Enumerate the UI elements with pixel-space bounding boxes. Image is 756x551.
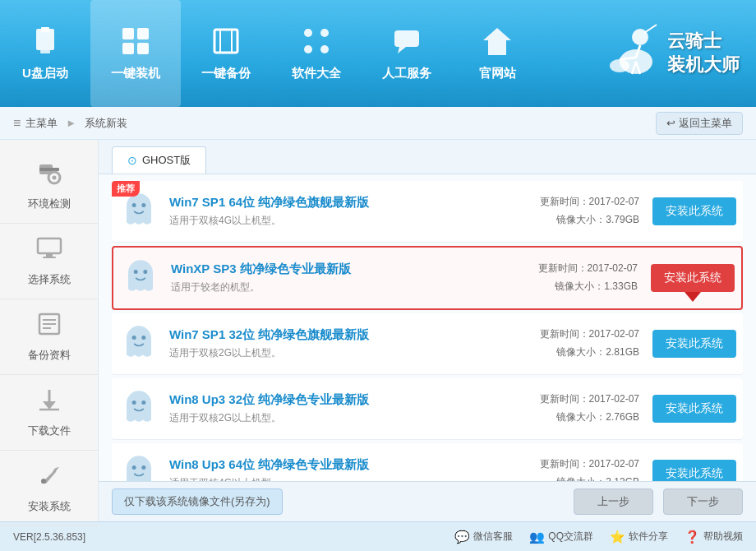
system-info-3: Win7 SP1 32位 纯净绿色旗舰最新版 适用于双核2G以上机型。 <box>169 327 540 360</box>
usb-icon <box>30 25 61 57</box>
back-label: 返回主菜单 <box>679 116 732 131</box>
svg-point-42 <box>141 203 145 207</box>
prev-button[interactable]: 上一步 <box>574 488 653 515</box>
recommend-badge: 推荐 <box>112 181 140 197</box>
status-item-help[interactable]: ❓ 帮助视频 <box>685 530 743 544</box>
tab-bar: ⊙ GHOST版 <box>99 140 756 174</box>
system-item-3[interactable]: Win7 SP1 32位 纯净绿色旗舰最新版 适用于双核2G以上机型。 更新时间… <box>112 313 743 375</box>
svg-point-45 <box>134 270 138 274</box>
svg-point-11 <box>304 45 312 53</box>
help-status-label: 帮助视频 <box>703 530 743 544</box>
install-button-3[interactable]: 安装此系统 <box>652 330 736 358</box>
svg-rect-2 <box>40 50 50 53</box>
ghost-tab-icon: ⊙ <box>127 154 137 167</box>
selection-arrow <box>685 292 701 302</box>
svg-rect-30 <box>43 257 56 258</box>
update-time-2: 更新时间：2017-02-07 <box>538 260 638 278</box>
install-sidebar-label: 安装系统 <box>28 499 71 514</box>
svg-point-50 <box>141 336 145 340</box>
svg-point-41 <box>132 203 136 207</box>
backup-icon <box>210 25 242 57</box>
svg-marker-15 <box>483 28 511 55</box>
system-info-4: Win8 Up3 32位 纯净绿色专业最新版 适用于双核2G以上机型。 <box>169 392 540 425</box>
onekey-icon <box>120 25 151 57</box>
sidebar-item-select-system[interactable]: 选择系统 <box>0 224 98 299</box>
install-button-2[interactable]: 安装此系统 <box>651 264 735 292</box>
system-name-1[interactable]: Win7 SP1 64位 纯净绿色旗舰最新版 <box>169 195 540 211</box>
svg-point-12 <box>320 45 329 53</box>
svg-rect-28 <box>38 238 61 253</box>
nav-label-service: 人工服务 <box>382 66 431 81</box>
system-item-5[interactable]: Win8 Up3 64位 纯净绿色专业最新版 适用于双核4G以上机型。 更新时间… <box>112 443 743 481</box>
svg-point-9 <box>304 29 312 37</box>
system-name-4[interactable]: Win8 Up3 32位 纯净绿色专业最新版 <box>169 392 540 408</box>
sidebar-item-backup-data[interactable]: 备份资料 <box>0 299 98 375</box>
svg-rect-1 <box>41 27 49 32</box>
service-icon <box>391 25 422 57</box>
breadcrumb: ≡ 主菜单 ► 系统新装 <box>13 116 127 131</box>
install-button-4[interactable]: 安装此系统 <box>652 395 736 423</box>
sidebar-item-download[interactable]: 下载文件 <box>0 375 98 451</box>
nav-item-service[interactable]: 人工服务 <box>362 0 452 107</box>
install-button-1[interactable]: 安装此系统 <box>652 197 736 225</box>
bottom-bar: 仅下载该系统镜像文件(另存为) 上一步 下一步 <box>99 481 756 521</box>
status-items: 💬 微信客服 👥 QQ交流群 ⭐ 软件分享 ❓ 帮助视频 <box>454 530 743 544</box>
status-item-wechat[interactable]: 💬 微信客服 <box>454 530 513 544</box>
qq-status-icon: 👥 <box>529 530 545 544</box>
ghost-icon <box>120 257 161 299</box>
status-item-share[interactable]: ⭐ 软件分享 <box>610 530 668 544</box>
system-name-2[interactable]: WinXP SP3 纯净绿色专业最新版 <box>171 262 538 277</box>
update-time-3: 更新时间：2017-02-07 <box>540 326 639 344</box>
sidebar-item-env-check[interactable]: 环境检测 <box>0 148 98 224</box>
system-meta-3: 更新时间：2017-02-07 镜像大小：2.81GB <box>540 326 639 361</box>
install-button-5[interactable]: 安装此系统 <box>652 460 736 481</box>
main-layout: 环境检测 选择系统 备份资料 下载文件 安装系统 ⊙ GHOST版 推荐 <box>0 140 756 521</box>
back-button[interactable]: ↩ 返回主菜单 <box>656 112 743 135</box>
breadcrumb-current: 系统新装 <box>85 116 127 131</box>
nav-item-software[interactable]: 软件大全 <box>271 0 362 107</box>
system-name-3[interactable]: Win7 SP1 32位 纯净绿色旗舰最新版 <box>169 327 540 343</box>
svg-rect-25 <box>39 168 59 171</box>
system-item-4[interactable]: Win8 Up3 32位 纯净绿色专业最新版 适用于双核2G以上机型。 更新时间… <box>112 378 743 440</box>
nav-item-usb[interactable]: U盘启动 <box>0 0 90 107</box>
ghost-image-1 <box>118 191 159 232</box>
download-only-button[interactable]: 仅下载该系统镜像文件(另存为) <box>112 488 283 515</box>
system-item-1[interactable]: 推荐 Win7 SP1 64位 纯净绿色旗舰最新版 适用于双核4G以上机型。 更… <box>112 181 743 243</box>
status-bar: VER[2.5.36.853] 💬 微信客服 👥 QQ交流群 ⭐ 软件分享 ❓ … <box>0 521 756 551</box>
next-button[interactable]: 下一步 <box>663 488 743 515</box>
svg-point-53 <box>132 401 136 405</box>
brand-knight-icon <box>595 21 661 86</box>
status-item-qq[interactable]: 👥 QQ交流群 <box>529 530 593 544</box>
svg-marker-14 <box>398 47 406 53</box>
ghost-icon <box>118 323 159 364</box>
tab-ghost[interactable]: ⊙ GHOST版 <box>112 146 206 174</box>
size-1: 镜像大小：3.79GB <box>540 211 639 229</box>
content-area: ⊙ GHOST版 推荐 Win7 SP1 64位 纯净绿色旗舰最新版 适用于双核… <box>99 140 756 521</box>
svg-point-54 <box>141 401 145 405</box>
svg-point-18 <box>610 59 629 72</box>
sidebar: 环境检测 选择系统 备份资料 下载文件 安装系统 <box>0 140 99 521</box>
header: U盘启动一键装机一键备份软件大全人工服务官网站 云骑士 装机大师 <box>0 0 756 107</box>
svg-rect-7 <box>214 30 237 53</box>
breadcrumb-separator: ► <box>66 117 76 129</box>
breadcrumb-main: 主菜单 <box>25 116 58 131</box>
nav-item-website[interactable]: 官网站 <box>452 0 542 107</box>
onekey-icon-wrap <box>120 25 151 61</box>
version-label: VER[2.5.36.853] <box>13 531 85 543</box>
nav-item-onekey[interactable]: 一键装机 <box>90 0 181 107</box>
system-info-1: Win7 SP1 64位 纯净绿色旗舰最新版 适用于双核4G以上机型。 <box>169 195 540 228</box>
nav-item-backup[interactable]: 一键备份 <box>181 0 271 107</box>
breadcrumb-bar: ≡ 主菜单 ► 系统新装 ↩ 返回主菜单 <box>0 107 756 140</box>
nav-label-usb: U盘启动 <box>22 66 68 81</box>
nav-label-website: 官网站 <box>479 66 516 81</box>
system-name-5[interactable]: Win8 Up3 64位 纯净绿色专业最新版 <box>169 457 540 473</box>
tab-ghost-label: GHOST版 <box>142 153 191 168</box>
system-meta-2: 更新时间：2017-02-07 镜像大小：1.33GB <box>538 260 638 295</box>
back-icon: ↩ <box>666 117 675 129</box>
sidebar-item-install[interactable]: 安装系统 <box>0 451 98 526</box>
system-item-2[interactable]: WinXP SP3 纯净绿色专业最新版 适用于较老的机型。 更新时间：2017-… <box>112 246 743 310</box>
system-desc-1: 适用于双核4G以上机型。 <box>169 214 540 228</box>
ghost-icon <box>118 453 159 481</box>
svg-rect-8 <box>220 30 232 53</box>
nav-label-onekey: 一键装机 <box>111 66 160 81</box>
